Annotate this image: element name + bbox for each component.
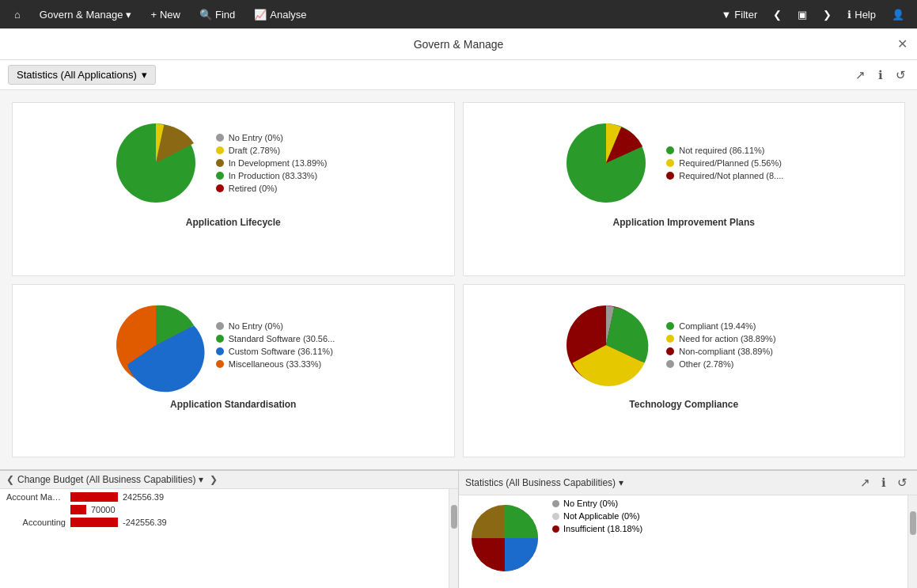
legend-dot — [666, 347, 674, 355]
help-button[interactable]: ℹ Help — [841, 6, 882, 24]
legend-dot — [666, 322, 674, 330]
new-label: New — [160, 9, 180, 21]
legend-dot — [666, 335, 674, 343]
help-icon: ℹ — [847, 9, 851, 21]
window-title-bar: Govern & Manage ✕ — [0, 28, 917, 60]
legend-item: No Entry (0%) — [216, 133, 358, 142]
govern-manage-menu[interactable]: Govern & Manage ▾ — [32, 6, 140, 24]
close-button[interactable]: ✕ — [897, 36, 908, 51]
filter-icon: ▼ — [721, 9, 731, 21]
application-standardisation-svg — [108, 298, 203, 393]
business-stats-panel: Statistics (All Business Capabilities) ▾… — [459, 471, 917, 588]
legend-dot — [216, 159, 224, 167]
user-icon: 👤 — [892, 9, 904, 21]
legend-dot — [216, 184, 224, 192]
budget-row: Account Mana... 242556.39 — [6, 492, 442, 502]
new-button[interactable]: + New — [142, 6, 188, 24]
change-budget-chevron: ▾ — [199, 474, 203, 485]
change-budget-panel: ❮ Change Budget (All Business Capabiliti… — [0, 471, 459, 588]
legend-item: No Entry (0%) — [216, 321, 358, 331]
nav-next-icon: ❯ — [823, 9, 832, 21]
technology-compliance-pie — [559, 298, 654, 393]
statistics-grid: No Entry (0%) Draft (2.78%) In Developme… — [0, 90, 917, 469]
business-stats-header: Statistics (All Business Capabilities) ▾… — [459, 471, 917, 495]
analyse-icon: 📈 — [254, 9, 267, 21]
business-stats-pie-area: No Entry (0%) Not Applicable (0%) Insuff… — [465, 499, 901, 578]
legend-label: Not required (86.11%) — [679, 146, 764, 155]
find-button[interactable]: 🔍 Find — [191, 6, 243, 24]
legend-dot — [216, 335, 224, 343]
budget-scroll[interactable] — [449, 489, 458, 588]
legend-label: Standard Software (30.56... — [229, 334, 335, 343]
technology-compliance-inner: Compliant (19.44%) Need for action (38.8… — [472, 298, 897, 393]
legend-label: No Entry (0%) — [563, 499, 618, 508]
filter-button[interactable]: ▼ Filter — [714, 6, 764, 24]
legend-item: Non-compliant (38.89%) — [666, 347, 809, 356]
business-stats-title-button[interactable]: Statistics (All Business Capabilities) ▾ — [465, 477, 623, 488]
business-stats-scroll[interactable] — [908, 495, 917, 588]
budget-row-value: -242556.39 — [123, 518, 167, 527]
legend-label: Need for action (38.89%) — [679, 334, 775, 343]
application-improvement-svg — [559, 116, 654, 211]
main-window: Govern & Manage ✕ Statistics (All Applic… — [0, 28, 917, 588]
business-stats-legend: No Entry (0%) Not Applicable (0%) Insuff… — [552, 499, 642, 533]
topnav-right-area: ▼ Filter ❮ ▣ ❯ ℹ Help 👤 — [714, 6, 911, 24]
analyse-label: Analyse — [270, 9, 306, 21]
application-lifecycle-pie — [108, 116, 203, 211]
business-stats-actions: ↗ ℹ ↺ — [857, 474, 911, 491]
legend-item: No Entry (0%) — [552, 499, 642, 508]
govern-manage-label: Govern & Manage — [40, 9, 123, 21]
legend-label: Retired (0%) — [229, 184, 278, 193]
refresh-icon[interactable]: ↺ — [892, 66, 909, 84]
info-icon[interactable]: ℹ — [875, 66, 886, 84]
scroll-thumb — [910, 511, 916, 535]
help-label: Help — [854, 9, 876, 21]
application-lifecycle-card: No Entry (0%) Draft (2.78%) In Developme… — [12, 102, 455, 276]
legend-dot — [666, 360, 674, 368]
change-budget-title-button[interactable]: Change Budget (All Business Capabilities… — [17, 474, 203, 485]
export-icon[interactable]: ↗ — [857, 474, 873, 491]
budget-row-value: 242556.39 — [123, 492, 164, 502]
govern-manage-chevron: ▾ — [126, 9, 131, 21]
analyse-button[interactable]: 📈 Analyse — [246, 6, 314, 24]
legend-dot — [666, 172, 674, 180]
refresh-icon[interactable]: ↺ — [894, 474, 911, 491]
legend-dot — [666, 146, 674, 154]
nav-prev-button[interactable]: ❮ — [767, 6, 788, 24]
change-budget-content: Account Mana... 242556.39 70000 Accounti… — [0, 489, 458, 588]
application-lifecycle-title: Application Lifecycle — [186, 217, 281, 228]
budget-bar — [70, 518, 118, 527]
technology-compliance-svg — [559, 298, 654, 393]
panel-title-label: Statistics (All Applications) — [17, 69, 137, 81]
business-stats-chevron: ▾ — [619, 477, 623, 488]
business-stats-content: No Entry (0%) Not Applicable (0%) Insuff… — [459, 495, 917, 588]
legend-item: Compliant (19.44%) — [666, 321, 809, 331]
user-button[interactable]: 👤 — [885, 6, 911, 24]
business-stats-svg — [465, 499, 544, 578]
panel-title-button[interactable]: Statistics (All Applications) ▾ — [8, 65, 156, 85]
legend-dot — [216, 360, 224, 368]
legend-item: Required/Not planned (8.... — [666, 171, 809, 180]
legend-item: Custom Software (36.11%) — [216, 347, 358, 356]
business-stats-title: Statistics (All Business Capabilities) — [465, 477, 616, 488]
application-standardisation-card: No Entry (0%) Standard Software (30.56..… — [12, 284, 455, 458]
info-icon[interactable]: ℹ — [878, 474, 889, 491]
export-icon[interactable]: ↗ — [852, 66, 869, 84]
technology-compliance-card: Compliant (19.44%) Need for action (38.8… — [463, 284, 906, 458]
home-button[interactable]: ⌂ — [6, 6, 28, 24]
legend-item: Need for action (38.89%) — [666, 334, 809, 343]
filter-label: Filter — [734, 9, 757, 21]
application-improvement-legend: Not required (86.11%) Required/Planned (… — [666, 146, 809, 180]
legend-label: In Development (13.89%) — [229, 158, 328, 168]
window-title: Govern & Manage — [414, 38, 504, 51]
application-improvement-pie — [559, 116, 654, 211]
legend-label: Other (2.78%) — [679, 359, 733, 369]
application-lifecycle-legend: No Entry (0%) Draft (2.78%) In Developme… — [216, 133, 358, 193]
legend-dot — [552, 525, 559, 533]
nav-next-button[interactable]: ❯ — [817, 6, 838, 24]
panel-next-icon[interactable]: ❯ — [210, 474, 218, 485]
panel-prev-icon[interactable]: ❮ — [6, 474, 14, 485]
nav-window-button[interactable]: ▣ — [791, 6, 813, 24]
legend-label: No Entry (0%) — [229, 133, 283, 142]
application-standardisation-inner: No Entry (0%) Standard Software (30.56..… — [21, 298, 446, 393]
